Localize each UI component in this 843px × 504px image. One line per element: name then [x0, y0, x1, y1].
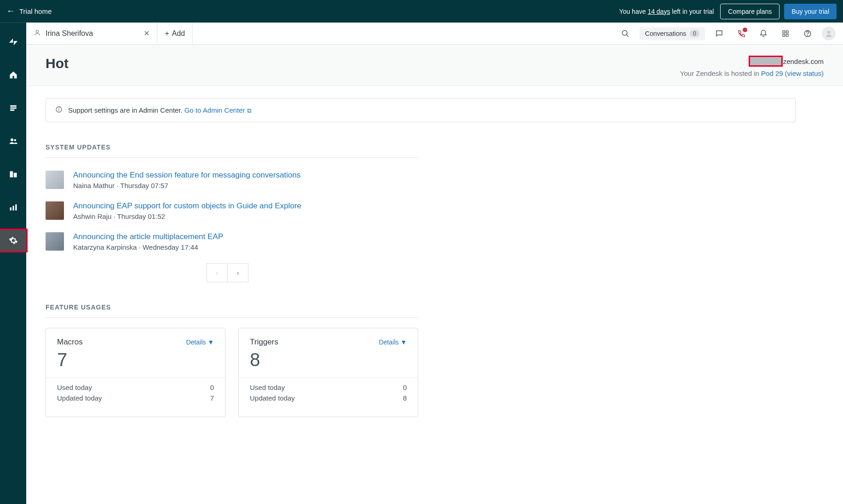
pod-link[interactable]: Pod 29	[761, 69, 783, 77]
trial-days-link[interactable]: 14 days	[647, 8, 670, 15]
update-item: Announcing the End session feature for m…	[46, 171, 418, 189]
svg-rect-13	[783, 31, 785, 33]
apps-grid-icon[interactable]	[778, 26, 793, 41]
svg-rect-0	[10, 105, 17, 107]
triggers-details-link[interactable]: Details ▼	[379, 338, 407, 346]
svg-point-3	[11, 138, 13, 141]
updates-pager: ‹ ›	[207, 263, 418, 282]
view-status-link[interactable]: view status	[787, 69, 821, 77]
update-meta: Ashwin Raju · Thursday 01:52	[73, 212, 301, 220]
conversations-count: 0	[690, 30, 699, 37]
stat-label: Used today	[250, 384, 285, 391]
search-button[interactable]	[618, 26, 633, 41]
stat-label: Updated today	[57, 394, 102, 402]
update-title-link[interactable]: Announcing EAP support for custom object…	[73, 201, 301, 210]
svg-point-19	[827, 31, 830, 34]
author-avatar	[46, 232, 64, 251]
svg-point-18	[808, 35, 808, 35]
svg-point-4	[14, 139, 16, 142]
profile-avatar[interactable]	[822, 27, 836, 40]
nav-home[interactable]	[0, 64, 26, 86]
nav-organizations[interactable]	[0, 164, 26, 185]
svg-point-11	[622, 30, 627, 35]
page-title: Hot	[46, 56, 69, 77]
stat-value: 7	[210, 394, 214, 402]
stat-value: 0	[210, 384, 214, 391]
svg-rect-9	[15, 204, 17, 210]
trial-home-label: Trial home	[19, 7, 52, 15]
triggers-count: 8	[250, 349, 407, 370]
back-to-trial-home[interactable]: ← Trial home	[6, 6, 52, 16]
conversations-button[interactable]: Conversations 0	[640, 27, 705, 40]
buy-trial-button[interactable]: Buy your trial	[784, 4, 837, 19]
svg-rect-15	[783, 34, 785, 36]
card-title: Triggers	[250, 338, 278, 347]
arrow-left-icon: ←	[6, 6, 15, 16]
macros-details-link[interactable]: Details ▼	[186, 338, 214, 346]
feature-usages-heading: FEATURE USAGES	[46, 304, 796, 311]
chat-icon[interactable]	[711, 26, 727, 41]
pager-next-button[interactable]: ›	[227, 263, 248, 282]
trial-top-bar: ← Trial home You have 14 days left in yo…	[0, 0, 843, 23]
add-tab-label: Add	[172, 29, 185, 38]
stat-label: Updated today	[250, 394, 295, 402]
divider	[46, 317, 418, 318]
notice-text: Support settings are in Admin Center.	[68, 106, 185, 114]
svg-rect-1	[10, 108, 17, 109]
close-tab-icon[interactable]: ✕	[144, 29, 150, 38]
go-to-admin-center-link[interactable]: Go to Admin Center ⧉	[185, 106, 251, 114]
macros-card: Macros Details ▼ 7 Used today0 Updated t…	[46, 328, 225, 417]
stat-value: 8	[403, 394, 407, 402]
update-meta: Naina Mathur · Thursday 07:57	[73, 182, 300, 189]
svg-rect-14	[786, 31, 788, 33]
svg-line-12	[626, 34, 629, 37]
alert-badge-icon	[743, 28, 747, 32]
nav-reporting[interactable]	[0, 197, 26, 218]
page-header: Hot zendesk.com Your Zendesk is hosted i…	[26, 45, 843, 86]
external-link-icon: ⧉	[247, 107, 251, 114]
update-title-link[interactable]: Announcing the End session feature for m…	[73, 171, 300, 179]
svg-point-22	[59, 108, 59, 109]
author-avatar	[46, 201, 64, 220]
nav-admin-settings[interactable]	[0, 230, 26, 251]
stat-value: 0	[403, 384, 407, 391]
add-tab-button[interactable]: + Add	[157, 23, 193, 44]
svg-rect-5	[10, 171, 13, 177]
card-title: Macros	[57, 338, 83, 347]
svg-rect-8	[12, 206, 14, 211]
svg-rect-2	[10, 109, 14, 111]
divider	[46, 157, 418, 158]
domain-suffix: zendesk.com	[783, 57, 824, 65]
svg-rect-16	[786, 34, 788, 36]
nav-customers[interactable]	[0, 131, 26, 152]
tab-user-name: Irina Sherifova	[46, 29, 93, 38]
help-icon[interactable]	[800, 26, 815, 41]
workspace-tab-bar: Irina Sherifova ✕ + Add Conversations 0	[26, 23, 843, 45]
svg-rect-6	[13, 173, 17, 178]
stat-label: Used today	[57, 384, 92, 391]
svg-point-10	[36, 30, 38, 32]
macros-count: 7	[57, 349, 214, 370]
triggers-card: Triggers Details ▼ 8 Used today0 Updated…	[238, 328, 418, 417]
talk-phone-icon[interactable]	[733, 26, 749, 41]
author-avatar	[46, 171, 64, 189]
trial-remaining-text: You have 14 days left in your trial	[619, 8, 714, 15]
person-icon	[34, 29, 41, 38]
plus-icon: +	[165, 29, 169, 38]
nav-zendesk-logo[interactable]	[0, 31, 26, 52]
conversations-label: Conversations	[645, 30, 687, 37]
pager-prev-button: ‹	[207, 263, 228, 282]
nav-views[interactable]	[0, 97, 26, 119]
tab-user-profile[interactable]: Irina Sherifova ✕	[26, 23, 157, 44]
notifications-bell-icon[interactable]	[756, 26, 771, 41]
system-updates-heading: SYSTEM UPDATES	[46, 143, 796, 151]
compare-plans-button[interactable]: Compare plans	[720, 4, 779, 19]
left-nav	[0, 23, 26, 504]
admin-center-notice: Support settings are in Admin Center. Go…	[46, 98, 796, 122]
update-item: Announcing the article multiplacement EA…	[46, 232, 418, 251]
info-icon	[55, 106, 63, 115]
update-item: Announcing EAP support for custom object…	[46, 201, 418, 220]
update-title-link[interactable]: Announcing the article multiplacement EA…	[73, 232, 223, 241]
subdomain-redacted	[749, 56, 783, 67]
update-meta: Katarzyna Karpinska · Wednesday 17:44	[73, 243, 223, 251]
